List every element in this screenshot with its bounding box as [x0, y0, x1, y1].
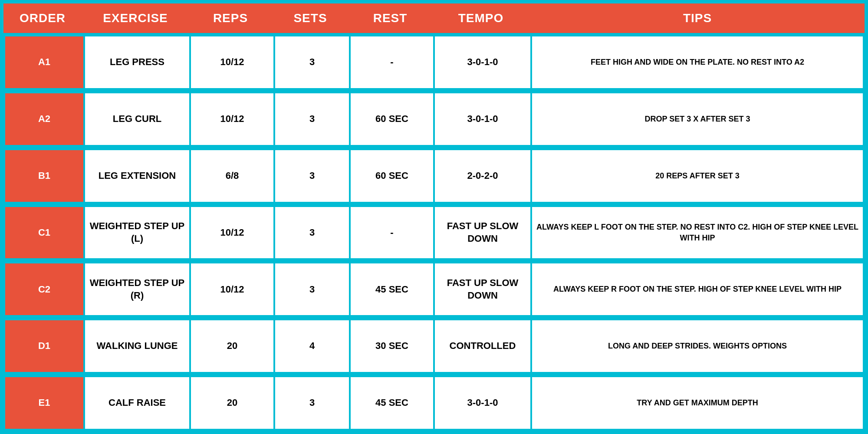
cell-tempo: FAST UP SLOW DOWN: [435, 263, 530, 315]
cell-sets: 4: [275, 320, 349, 372]
cell-tempo: 3-0-1-0: [435, 36, 530, 88]
cell-exercise: WEIGHTED STEP UP (R): [85, 263, 189, 315]
cell-reps: 10/12: [191, 36, 273, 88]
header-reps: REPS: [189, 3, 272, 33]
cell-tips: DROP SET 3 X AFTER SET 3: [532, 93, 863, 145]
table-row: A1 LEG PRESS 10/12 3 - 3-0-1-0 FEET HIGH…: [3, 35, 865, 90]
table-row: A2 LEG CURL 10/12 3 60 SEC 3-0-1-0 DROP …: [3, 92, 865, 147]
cell-order: E1: [5, 377, 83, 429]
cell-order: B1: [5, 150, 83, 202]
header-tips: TIPS: [530, 3, 865, 33]
cell-sets: 3: [275, 150, 349, 202]
cell-tempo: 2-0-2-0: [435, 150, 530, 202]
cell-reps: 20: [191, 320, 273, 372]
cell-order: C2: [5, 263, 83, 315]
table-row: B1 LEG EXTENSION 6/8 3 60 SEC 2-0-2-0 20…: [3, 148, 865, 204]
table-row: C2 WEIGHTED STEP UP (R) 10/12 3 45 SEC F…: [3, 262, 865, 317]
cell-rest: 45 SEC: [351, 263, 433, 315]
cell-tips: FEET HIGH AND WIDE ON THE PLATE. NO REST…: [532, 36, 863, 88]
cell-exercise: LEG CURL: [85, 93, 189, 145]
cell-tips: 20 REPS AFTER SET 3: [532, 150, 863, 202]
cell-sets: 3: [275, 36, 349, 88]
workout-table: ORDER EXERCISE REPS SETS REST TEMPO TIPS…: [0, 0, 868, 434]
cell-rest: -: [351, 36, 433, 88]
header-tempo: TEMPO: [433, 3, 529, 33]
cell-order: D1: [5, 320, 83, 372]
cell-tips: ALWAYS KEEP L FOOT ON THE STEP. NO REST …: [532, 207, 863, 259]
cell-exercise: LEG PRESS: [85, 36, 189, 88]
table-row: D1 WALKING LUNGE 20 4 30 SEC CONTROLLED …: [3, 319, 865, 374]
header-order: ORDER: [3, 3, 82, 33]
cell-order: A1: [5, 36, 83, 88]
cell-rest: -: [351, 207, 433, 259]
cell-sets: 3: [275, 207, 349, 259]
table-row: C1 WEIGHTED STEP UP (L) 10/12 3 - FAST U…: [3, 205, 865, 260]
cell-tips: LONG AND DEEP STRIDES. WEIGHTS OPTIONS: [532, 320, 863, 372]
cell-sets: 3: [275, 263, 349, 315]
header-exercise: EXERCISE: [83, 3, 187, 33]
header-sets: SETS: [273, 3, 347, 33]
cell-tips: TRY AND GET MAXIMUM DEPTH: [532, 377, 863, 429]
cell-rest: 30 SEC: [351, 320, 433, 372]
cell-reps: 10/12: [191, 207, 273, 259]
header-row: ORDER EXERCISE REPS SETS REST TEMPO TIPS: [3, 3, 865, 33]
cell-rest: 60 SEC: [351, 150, 433, 202]
cell-sets: 3: [275, 377, 349, 429]
cell-tempo: 3-0-1-0: [435, 93, 530, 145]
cell-exercise: WEIGHTED STEP UP (L): [85, 207, 189, 259]
cell-rest: 60 SEC: [351, 93, 433, 145]
cell-reps: 20: [191, 377, 273, 429]
cell-tempo: CONTROLLED: [435, 320, 530, 372]
cell-rest: 45 SEC: [351, 377, 433, 429]
cell-reps: 10/12: [191, 93, 273, 145]
cell-order: C1: [5, 207, 83, 259]
cell-tempo: 3-0-1-0: [435, 377, 530, 429]
cell-tips: ALWAYS KEEP R FOOT ON THE STEP. HIGH OF …: [532, 263, 863, 315]
cell-exercise: WALKING LUNGE: [85, 320, 189, 372]
cell-reps: 10/12: [191, 263, 273, 315]
cell-exercise: LEG EXTENSION: [85, 150, 189, 202]
header-rest: REST: [349, 3, 431, 33]
cell-order: A2: [5, 93, 83, 145]
cell-exercise: CALF RAISE: [85, 377, 189, 429]
table-row: E1 CALF RAISE 20 3 45 SEC 3-0-1-0 TRY AN…: [3, 375, 865, 431]
cell-reps: 6/8: [191, 150, 273, 202]
cell-tempo: FAST UP SLOW DOWN: [435, 207, 530, 259]
cell-sets: 3: [275, 93, 349, 145]
